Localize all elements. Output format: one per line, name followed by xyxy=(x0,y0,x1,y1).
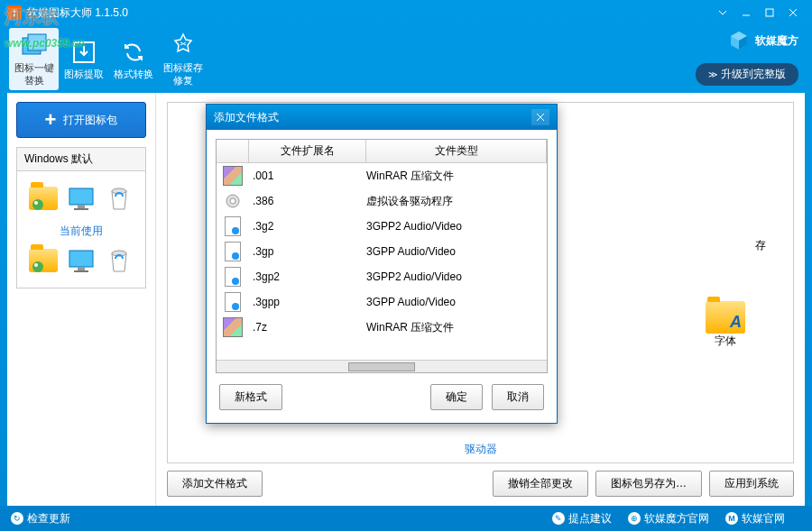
replace-icon xyxy=(20,32,49,60)
row-ext: .3g2 xyxy=(249,220,366,233)
sidebar: + 打开图标包 Windows 默认 当前使用 xyxy=(7,93,156,506)
media-icon xyxy=(217,216,249,236)
new-format-button[interactable]: 新格式 xyxy=(219,384,282,410)
list-row[interactable]: .3g23GPP2 Audio/Video xyxy=(217,214,547,239)
site-link[interactable]: M软媒官网 xyxy=(725,511,785,526)
svg-point-22 xyxy=(230,198,235,204)
media-icon xyxy=(217,292,249,312)
tool-extract[interactable]: 图标提取 xyxy=(59,34,108,84)
plus-icon: + xyxy=(45,108,57,132)
save-as-button[interactable]: 图标包另存为… xyxy=(595,471,702,497)
rar-icon xyxy=(217,166,249,186)
list-row[interactable]: .3gpp3GPP Audio/Video xyxy=(217,289,547,315)
row-type: 3GPP Audio/Video xyxy=(366,245,547,258)
row-ext: .386 xyxy=(249,195,366,207)
svg-point-10 xyxy=(32,261,43,272)
row-ext: .3gpp xyxy=(249,296,366,308)
close-button[interactable] xyxy=(781,4,805,22)
row-ext: .001 xyxy=(249,169,366,182)
undo-all-button[interactable]: 撤销全部更改 xyxy=(493,471,588,497)
refresh-icon: ↻ xyxy=(11,512,23,525)
folder-icon xyxy=(29,187,58,210)
check-update-link[interactable]: ↻检查更新 xyxy=(11,511,70,526)
row-ext: .7z xyxy=(249,321,366,334)
list-row[interactable]: .7zWinRAR 压缩文件 xyxy=(217,315,547,340)
maximize-button[interactable] xyxy=(758,4,781,22)
main-window: 河东软 www.pc0359.cn T 软媒图标大师 1.1.5.0 图标一键 … xyxy=(0,0,812,531)
list-row[interactable]: .3gp3GPP Audio/Video xyxy=(217,239,547,264)
partial-text: 存 xyxy=(755,238,766,253)
row-type: 3GPP Audio/Video xyxy=(366,296,547,308)
svg-rect-6 xyxy=(69,188,93,205)
row-type: WinRAR 压缩文件 xyxy=(366,169,547,184)
icon-preview-row xyxy=(24,179,138,218)
statusbar: ↻检查更新 ✎提点建议 ⊕软媒魔方官网 M软媒官网 xyxy=(0,506,812,531)
tool-convert[interactable]: 格式转换 xyxy=(108,34,158,84)
tool-repair[interactable]: 图标缓存 修复 xyxy=(158,28,208,89)
rar-icon xyxy=(217,317,249,337)
monitor-icon xyxy=(67,246,96,275)
m-icon: M xyxy=(725,512,738,525)
list-row[interactable]: .386虚拟设备驱动程序 xyxy=(217,188,547,214)
recycle-icon xyxy=(105,246,134,275)
svg-rect-14 xyxy=(74,270,88,272)
row-type: WinRAR 压缩文件 xyxy=(366,320,547,335)
toolbar: 图标一键 替换 图标提取 格式转换 图标缓存 修复 软媒魔方 升级到完整版 xyxy=(0,25,812,93)
list-rows[interactable]: .001WinRAR 压缩文件.386虚拟设备驱动程序.3g23GPP2 Aud… xyxy=(217,163,547,360)
apply-button[interactable]: 应用到系统 xyxy=(709,471,794,497)
ok-button[interactable]: 确定 xyxy=(430,384,483,410)
list-header: 文件扩展名 文件类型 xyxy=(217,140,547,163)
svg-rect-0 xyxy=(766,9,773,16)
dialog-buttons: 新格式 确定 取消 xyxy=(216,373,548,414)
row-ext: .3gp xyxy=(249,245,366,258)
horizontal-scrollbar[interactable] xyxy=(217,360,547,373)
open-pack-button[interactable]: + 打开图标包 xyxy=(16,102,146,138)
col-extension[interactable]: 文件扩展名 xyxy=(249,140,366,162)
dialog-close-button[interactable] xyxy=(531,109,549,125)
cube-icon xyxy=(728,30,750,51)
scrollbar-thumb[interactable] xyxy=(348,362,414,371)
globe-icon: ⊕ xyxy=(628,512,641,525)
icon-preview-row-current xyxy=(24,241,138,280)
col-type[interactable]: 文件类型 xyxy=(366,140,547,162)
media-icon xyxy=(217,267,249,287)
recycle-icon xyxy=(105,184,134,213)
cancel-button[interactable]: 取消 xyxy=(492,384,544,410)
default-panel: Windows 默认 当前使用 xyxy=(16,147,146,288)
list-row[interactable]: .001WinRAR 压缩文件 xyxy=(217,163,547,188)
row-type: 虚拟设备驱动程序 xyxy=(366,194,547,209)
app-icon: T xyxy=(7,5,22,20)
monitor-icon xyxy=(67,184,96,213)
media-icon xyxy=(217,242,249,261)
upgrade-button[interactable]: 升级到完整版 xyxy=(696,63,798,86)
row-ext: .3gp2 xyxy=(249,270,366,283)
titlebar: T 软媒图标大师 1.1.5.0 xyxy=(0,0,812,25)
svg-rect-7 xyxy=(78,205,85,208)
svg-point-5 xyxy=(34,201,38,205)
repair-icon xyxy=(169,32,198,60)
action-bar: 添加文件格式 撤销全部更改 图标包另存为… 应用到系统 xyxy=(167,463,794,497)
chat-icon: ✎ xyxy=(552,512,565,525)
tool-replace[interactable]: 图标一键 替换 xyxy=(9,28,59,89)
svg-rect-2 xyxy=(28,34,46,50)
drives-link[interactable]: 驱动器 xyxy=(168,438,793,461)
add-format-button[interactable]: 添加文件格式 xyxy=(167,471,263,497)
svg-rect-12 xyxy=(69,251,93,267)
folder-icon xyxy=(29,249,58,272)
grid-item-fonts[interactable]: A 字体 xyxy=(694,301,757,349)
dropdown-icon[interactable] xyxy=(711,4,734,22)
official-link[interactable]: ⊕软媒魔方官网 xyxy=(628,511,709,526)
col-icon[interactable] xyxy=(217,140,249,162)
suggest-link[interactable]: ✎提点建议 xyxy=(552,511,612,526)
row-type: 3GPP2 Audio/Video xyxy=(366,270,547,283)
svg-rect-13 xyxy=(78,267,85,270)
window-title: 软媒图标大师 1.1.5.0 xyxy=(27,5,128,21)
minimize-button[interactable] xyxy=(734,4,758,22)
gear-icon xyxy=(217,191,249,211)
row-type: 3GPP2 Audio/Video xyxy=(366,220,547,233)
dialog-titlebar: 添加文件格式 xyxy=(207,105,557,130)
current-use-label: 当前使用 xyxy=(24,224,138,239)
brand-logo: 软媒魔方 xyxy=(728,30,798,51)
list-row[interactable]: .3gp23GPP2 Audio/Video xyxy=(217,264,547,289)
convert-icon xyxy=(119,38,148,67)
